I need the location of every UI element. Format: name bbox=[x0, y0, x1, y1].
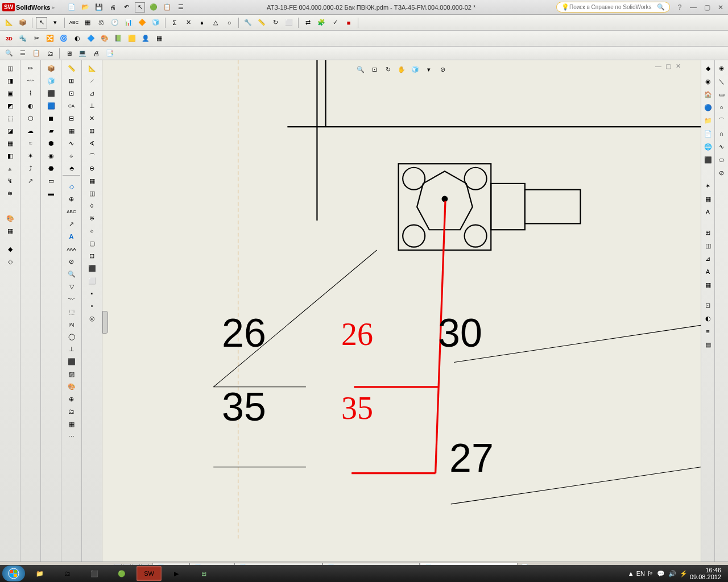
tray-volume-icon[interactable]: 🔊 bbox=[668, 570, 676, 577]
tool-btn[interactable]: 👤 bbox=[140, 33, 151, 44]
home-icon[interactable]: 🏠 bbox=[702, 89, 714, 100]
task-app[interactable]: 🗂 bbox=[55, 566, 80, 581]
tool-btn[interactable]: ✏ bbox=[24, 63, 37, 74]
tool-btn[interactable]: 🟨 bbox=[126, 33, 138, 44]
tool-btn[interactable]: ✶ bbox=[24, 150, 37, 161]
tool-btn[interactable]: ⊡ bbox=[702, 300, 714, 311]
tool-btn[interactable]: ▦ bbox=[702, 193, 714, 205]
tool-btn[interactable]: ⇄ bbox=[302, 17, 313, 28]
tool-btn[interactable]: ▬ bbox=[45, 188, 57, 199]
tool-btn[interactable]: ▦ bbox=[4, 138, 16, 149]
tray-icon[interactable]: 💬 bbox=[657, 570, 665, 577]
tool-btn[interactable]: ▫ bbox=[86, 300, 98, 311]
task-solidworks[interactable]: SW bbox=[136, 566, 162, 581]
tool-btn[interactable]: ⬜ bbox=[283, 17, 295, 28]
tool-btn[interactable]: ▽ bbox=[65, 281, 78, 292]
tool-btn[interactable]: ▭ bbox=[45, 175, 57, 186]
tool-btn[interactable]: 🌐 bbox=[702, 141, 714, 152]
circle-tool[interactable]: ○ bbox=[716, 102, 727, 113]
tool-btn[interactable]: ◨ bbox=[4, 75, 16, 86]
tool-btn[interactable]: ▾ bbox=[49, 17, 61, 28]
tool-btn[interactable]: 🔩 bbox=[17, 33, 28, 44]
tool-btn[interactable]: ✕ bbox=[183, 17, 194, 28]
tool-btn[interactable]: ⟁ bbox=[4, 163, 16, 174]
tool-btn[interactable]: ◪ bbox=[4, 125, 16, 136]
tool-btn[interactable]: ◩ bbox=[4, 100, 16, 111]
abc-tool[interactable]: ABC bbox=[68, 17, 80, 28]
tool-btn[interactable]: ⊞ bbox=[86, 125, 98, 136]
tool-btn[interactable]: A bbox=[702, 206, 714, 218]
tool-btn[interactable]: 📐 bbox=[86, 63, 98, 74]
tool-btn[interactable]: ◉ bbox=[45, 150, 57, 161]
tool-btn[interactable]: 🎨 bbox=[99, 33, 110, 44]
tool-btn[interactable]: ▨ bbox=[65, 368, 78, 380]
tool-btn[interactable]: 🗂 bbox=[44, 48, 56, 59]
tool-btn[interactable]: ☁ bbox=[24, 125, 37, 136]
tool-btn[interactable]: ▢ bbox=[86, 238, 98, 249]
tool-btn[interactable]: 🌀 bbox=[58, 33, 69, 44]
smart-dim-tool[interactable]: ◇ bbox=[65, 181, 78, 192]
tool-btn[interactable]: ◇ bbox=[4, 256, 16, 267]
tool-btn[interactable]: ✶ bbox=[702, 180, 714, 192]
tool-btn[interactable]: ⏜ bbox=[86, 150, 98, 161]
tool-btn[interactable]: ♦ bbox=[196, 17, 208, 28]
close-button[interactable]: ✕ bbox=[715, 3, 726, 11]
tool-btn[interactable]: ↻ bbox=[270, 17, 281, 28]
tool-btn[interactable]: ⊘ bbox=[716, 167, 727, 178]
tool-btn[interactable]: 🖥 bbox=[63, 48, 75, 59]
balloon-26[interactable]: 26 bbox=[222, 310, 266, 356]
tool-btn[interactable]: ※ bbox=[86, 213, 98, 224]
select-button[interactable]: ↖ bbox=[135, 2, 145, 13]
tool-btn[interactable]: ⌇ bbox=[24, 88, 37, 99]
tool-btn[interactable]: 🔷 bbox=[85, 33, 97, 44]
tool-btn[interactable]: 📦 bbox=[17, 17, 28, 28]
search-icon[interactable]: 🔍 bbox=[657, 3, 665, 11]
tool-btn[interactable]: ◐ bbox=[24, 100, 37, 111]
tool-btn[interactable]: ⊿ bbox=[86, 88, 98, 99]
tool-btn[interactable]: CA bbox=[65, 100, 78, 111]
tray-clock[interactable]: 16:46 09.08.2012 bbox=[690, 567, 721, 580]
tool-btn[interactable]: ◉ bbox=[702, 76, 714, 87]
tool-btn[interactable]: 🕐 bbox=[109, 17, 121, 28]
tool-btn[interactable]: ⊞ bbox=[65, 75, 78, 86]
balloon-35[interactable]: 35 bbox=[222, 384, 266, 430]
minimize-button[interactable]: — bbox=[688, 3, 698, 11]
tool-btn[interactable]: ⟋ bbox=[86, 75, 98, 86]
arc-tool[interactable]: ⌒ bbox=[716, 115, 727, 126]
tool-btn[interactable]: 🔶 bbox=[136, 17, 148, 28]
tool-btn[interactable]: ⬛ bbox=[86, 263, 98, 274]
tool-btn[interactable]: ⊘ bbox=[65, 256, 78, 267]
tool-btn[interactable]: ⟐ bbox=[86, 225, 98, 236]
tool-btn[interactable]: ⚖ bbox=[96, 17, 107, 28]
tool-btn[interactable]: 〰 bbox=[24, 75, 37, 86]
tool-btn[interactable]: 🔵 bbox=[702, 102, 714, 113]
tool-btn[interactable]: 📄 bbox=[702, 128, 714, 139]
tool-btn[interactable]: ≡ bbox=[702, 326, 714, 337]
abc-note-tool[interactable]: ABC bbox=[65, 206, 78, 217]
tool-btn[interactable]: ⟐ bbox=[65, 150, 78, 161]
search-input[interactable] bbox=[569, 4, 657, 10]
tool-btn[interactable]: ◆ bbox=[702, 63, 714, 74]
tool-btn[interactable]: ⬣ bbox=[45, 163, 57, 174]
tool-btn[interactable]: ○ bbox=[224, 17, 235, 28]
tool-btn[interactable]: ⊿ bbox=[702, 253, 714, 264]
tool-btn[interactable]: ⊡ bbox=[65, 88, 78, 99]
tool-btn[interactable]: ◫ bbox=[86, 188, 98, 199]
tool-btn[interactable]: ⊥ bbox=[65, 343, 78, 355]
tool-btn[interactable]: ▦ bbox=[702, 279, 714, 290]
tool-btn[interactable]: ⊟ bbox=[65, 113, 78, 124]
tool-btn[interactable]: ▣ bbox=[4, 88, 16, 99]
tool-btn[interactable]: ⬘ bbox=[65, 163, 78, 174]
tool-btn[interactable]: ▦ bbox=[82, 17, 93, 28]
tool-btn[interactable]: ⬛ bbox=[702, 154, 714, 165]
tool-btn[interactable]: ◼ bbox=[45, 113, 57, 124]
tool-btn[interactable]: 🔍 bbox=[65, 268, 78, 280]
tool-btn[interactable]: ⊞ bbox=[702, 227, 714, 238]
tool-btn[interactable]: ⬛ bbox=[65, 356, 78, 367]
dimension-tool[interactable]: 📏 bbox=[65, 63, 78, 74]
help-search[interactable]: 💡 🔍 bbox=[556, 2, 670, 13]
tool-btn[interactable]: AAA bbox=[65, 243, 78, 255]
tool-btn[interactable]: 🗂 bbox=[65, 406, 78, 417]
tool-btn[interactable]: ⬛ bbox=[45, 88, 57, 99]
save-button[interactable]: 💾 bbox=[94, 2, 104, 13]
